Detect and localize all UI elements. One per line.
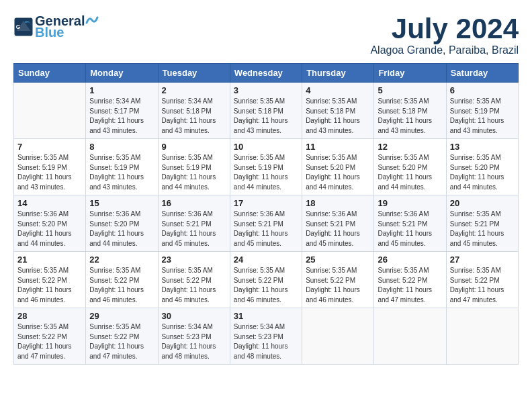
day-number: 7 bbox=[17, 142, 82, 152]
month-title: July 2024 bbox=[370, 13, 519, 44]
calendar-cell: 31Sunrise: 5:34 AM Sunset: 5:23 PM Dayli… bbox=[230, 308, 302, 365]
calendar-week-row: 14Sunrise: 5:36 AM Sunset: 5:20 PM Dayli… bbox=[14, 195, 519, 252]
day-of-week-header: Tuesday bbox=[158, 64, 230, 83]
day-number: 26 bbox=[378, 255, 442, 265]
day-number: 19 bbox=[378, 198, 442, 208]
day-number: 23 bbox=[162, 255, 226, 265]
calendar-week-row: 1Sunrise: 5:34 AM Sunset: 5:17 PM Daylig… bbox=[14, 83, 519, 139]
day-of-week-header: Friday bbox=[374, 64, 446, 83]
day-info: Sunrise: 5:35 AM Sunset: 5:20 PM Dayligh… bbox=[450, 153, 515, 192]
day-number: 30 bbox=[162, 311, 226, 321]
calendar-cell: 26Sunrise: 5:35 AM Sunset: 5:22 PM Dayli… bbox=[374, 252, 446, 308]
calendar-cell: 13Sunrise: 5:35 AM Sunset: 5:20 PM Dayli… bbox=[446, 139, 518, 195]
day-number: 27 bbox=[450, 255, 515, 265]
day-info: Sunrise: 5:35 AM Sunset: 5:18 PM Dayligh… bbox=[306, 97, 370, 136]
calendar-cell: 17Sunrise: 5:36 AM Sunset: 5:21 PM Dayli… bbox=[230, 195, 302, 252]
day-number: 12 bbox=[378, 142, 442, 152]
day-info: Sunrise: 5:35 AM Sunset: 5:22 PM Dayligh… bbox=[378, 266, 442, 305]
calendar-cell: 28Sunrise: 5:35 AM Sunset: 5:22 PM Dayli… bbox=[14, 308, 86, 365]
calendar-week-row: 28Sunrise: 5:35 AM Sunset: 5:22 PM Dayli… bbox=[14, 308, 519, 365]
calendar-cell: 25Sunrise: 5:35 AM Sunset: 5:22 PM Dayli… bbox=[302, 252, 374, 308]
day-number: 25 bbox=[306, 255, 370, 265]
day-number: 28 bbox=[17, 311, 82, 321]
page-header: G General Blue July 2024 Alagoa Grande, … bbox=[13, 13, 519, 56]
day-info: Sunrise: 5:34 AM Sunset: 5:23 PM Dayligh… bbox=[162, 322, 226, 361]
logo-icon: G bbox=[13, 17, 34, 37]
calendar-cell: 21Sunrise: 5:35 AM Sunset: 5:22 PM Dayli… bbox=[14, 252, 86, 308]
day-number: 21 bbox=[17, 255, 82, 265]
day-info: Sunrise: 5:35 AM Sunset: 5:22 PM Dayligh… bbox=[17, 322, 82, 361]
day-number: 14 bbox=[17, 198, 82, 208]
calendar-cell: 3Sunrise: 5:35 AM Sunset: 5:18 PM Daylig… bbox=[230, 83, 302, 139]
calendar-cell: 1Sunrise: 5:34 AM Sunset: 5:17 PM Daylig… bbox=[86, 83, 158, 139]
calendar-cell bbox=[374, 308, 446, 365]
calendar-cell: 19Sunrise: 5:36 AM Sunset: 5:21 PM Dayli… bbox=[374, 195, 446, 252]
day-number: 6 bbox=[450, 85, 515, 95]
logo: G General Blue bbox=[13, 13, 101, 40]
day-number: 16 bbox=[162, 198, 226, 208]
calendar-week-row: 7Sunrise: 5:35 AM Sunset: 5:19 PM Daylig… bbox=[14, 139, 519, 195]
day-of-week-header: Saturday bbox=[446, 64, 518, 83]
day-info: Sunrise: 5:36 AM Sunset: 5:21 PM Dayligh… bbox=[162, 210, 226, 248]
svg-text:G: G bbox=[16, 24, 20, 30]
day-info: Sunrise: 5:36 AM Sunset: 5:21 PM Dayligh… bbox=[378, 210, 442, 248]
day-number: 17 bbox=[234, 198, 298, 208]
day-info: Sunrise: 5:35 AM Sunset: 5:22 PM Dayligh… bbox=[162, 266, 226, 305]
day-number: 11 bbox=[306, 142, 370, 152]
day-info: Sunrise: 5:34 AM Sunset: 5:18 PM Dayligh… bbox=[162, 97, 226, 136]
calendar-table: SundayMondayTuesdayWednesdayThursdayFrid… bbox=[13, 63, 519, 365]
day-info: Sunrise: 5:36 AM Sunset: 5:20 PM Dayligh… bbox=[89, 210, 154, 248]
day-info: Sunrise: 5:35 AM Sunset: 5:19 PM Dayligh… bbox=[450, 97, 515, 136]
day-number: 13 bbox=[450, 142, 515, 152]
calendar-cell: 22Sunrise: 5:35 AM Sunset: 5:22 PM Dayli… bbox=[86, 252, 158, 308]
day-number: 22 bbox=[89, 255, 154, 265]
calendar-cell: 7Sunrise: 5:35 AM Sunset: 5:19 PM Daylig… bbox=[14, 139, 86, 195]
calendar-cell: 6Sunrise: 5:35 AM Sunset: 5:19 PM Daylig… bbox=[446, 83, 518, 139]
day-of-week-header: Thursday bbox=[302, 64, 374, 83]
calendar-header-row: SundayMondayTuesdayWednesdayThursdayFrid… bbox=[14, 64, 519, 83]
calendar-cell: 2Sunrise: 5:34 AM Sunset: 5:18 PM Daylig… bbox=[158, 83, 230, 139]
day-number: 24 bbox=[234, 255, 298, 265]
calendar-cell: 29Sunrise: 5:35 AM Sunset: 5:22 PM Dayli… bbox=[86, 308, 158, 365]
calendar-cell: 24Sunrise: 5:35 AM Sunset: 5:22 PM Dayli… bbox=[230, 252, 302, 308]
day-number: 8 bbox=[89, 142, 154, 152]
day-info: Sunrise: 5:35 AM Sunset: 5:19 PM Dayligh… bbox=[234, 153, 298, 192]
day-number: 18 bbox=[306, 198, 370, 208]
day-info: Sunrise: 5:35 AM Sunset: 5:22 PM Dayligh… bbox=[450, 266, 515, 305]
title-block: July 2024 Alagoa Grande, Paraiba, Brazil bbox=[370, 13, 519, 56]
day-info: Sunrise: 5:35 AM Sunset: 5:18 PM Dayligh… bbox=[378, 97, 442, 136]
location-title: Alagoa Grande, Paraiba, Brazil bbox=[370, 44, 519, 56]
calendar-cell: 12Sunrise: 5:35 AM Sunset: 5:20 PM Dayli… bbox=[374, 139, 446, 195]
day-number: 20 bbox=[450, 198, 515, 208]
day-number: 1 bbox=[89, 85, 154, 95]
day-number: 15 bbox=[89, 198, 154, 208]
day-number: 4 bbox=[306, 85, 370, 95]
calendar-cell: 9Sunrise: 5:35 AM Sunset: 5:19 PM Daylig… bbox=[158, 139, 230, 195]
calendar-cell bbox=[446, 308, 518, 365]
day-info: Sunrise: 5:36 AM Sunset: 5:21 PM Dayligh… bbox=[234, 210, 298, 248]
calendar-cell: 15Sunrise: 5:36 AM Sunset: 5:20 PM Dayli… bbox=[86, 195, 158, 252]
calendar-cell: 30Sunrise: 5:34 AM Sunset: 5:23 PM Dayli… bbox=[158, 308, 230, 365]
calendar-cell: 20Sunrise: 5:35 AM Sunset: 5:21 PM Dayli… bbox=[446, 195, 518, 252]
calendar-cell: 14Sunrise: 5:36 AM Sunset: 5:20 PM Dayli… bbox=[14, 195, 86, 252]
calendar-cell: 5Sunrise: 5:35 AM Sunset: 5:18 PM Daylig… bbox=[374, 83, 446, 139]
day-info: Sunrise: 5:35 AM Sunset: 5:19 PM Dayligh… bbox=[89, 153, 154, 192]
calendar-cell bbox=[14, 83, 86, 139]
day-of-week-header: Monday bbox=[86, 64, 158, 83]
calendar-cell: 27Sunrise: 5:35 AM Sunset: 5:22 PM Dayli… bbox=[446, 252, 518, 308]
day-of-week-header: Sunday bbox=[14, 64, 86, 83]
day-of-week-header: Wednesday bbox=[230, 64, 302, 83]
day-number: 9 bbox=[162, 142, 226, 152]
day-number: 31 bbox=[234, 311, 298, 321]
day-number: 10 bbox=[234, 142, 298, 152]
day-info: Sunrise: 5:35 AM Sunset: 5:20 PM Dayligh… bbox=[378, 153, 442, 192]
day-info: Sunrise: 5:35 AM Sunset: 5:22 PM Dayligh… bbox=[17, 266, 82, 305]
calendar-cell: 16Sunrise: 5:36 AM Sunset: 5:21 PM Dayli… bbox=[158, 195, 230, 252]
calendar-cell: 10Sunrise: 5:35 AM Sunset: 5:19 PM Dayli… bbox=[230, 139, 302, 195]
calendar-cell: 18Sunrise: 5:36 AM Sunset: 5:21 PM Dayli… bbox=[302, 195, 374, 252]
day-number: 2 bbox=[162, 85, 226, 95]
day-info: Sunrise: 5:35 AM Sunset: 5:22 PM Dayligh… bbox=[89, 322, 154, 361]
day-info: Sunrise: 5:35 AM Sunset: 5:22 PM Dayligh… bbox=[306, 266, 370, 305]
day-info: Sunrise: 5:35 AM Sunset: 5:19 PM Dayligh… bbox=[162, 153, 226, 192]
day-info: Sunrise: 5:35 AM Sunset: 5:18 PM Dayligh… bbox=[234, 97, 298, 136]
